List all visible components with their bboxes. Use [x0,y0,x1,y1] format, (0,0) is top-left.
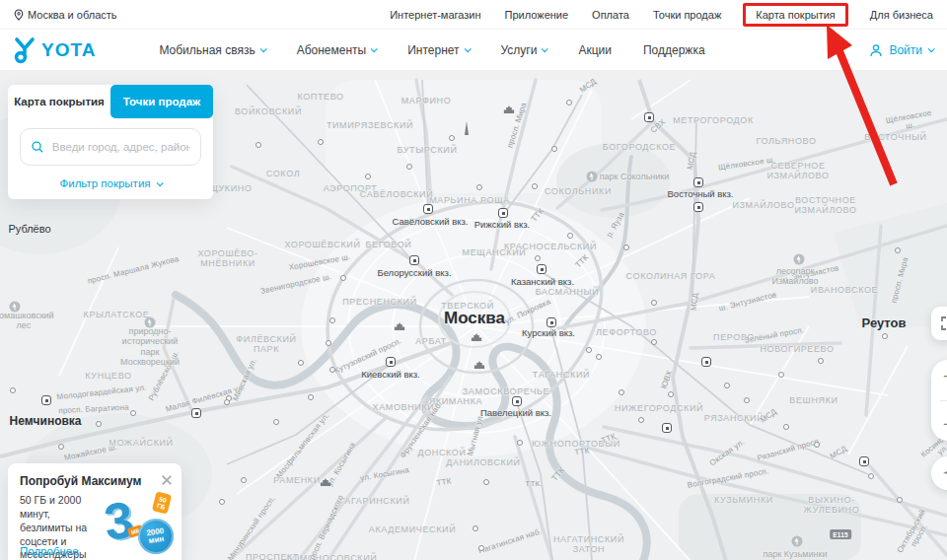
close-icon[interactable] [160,474,172,486]
region-label: Москва и область [28,9,117,21]
nav-item[interactable]: Услуги [501,43,547,57]
topbar-link[interactable]: Для бизнеса [870,9,933,21]
zoom-in-button[interactable]: + [943,368,947,385]
search-input[interactable] [52,141,190,153]
map-street-label: ТТК [436,476,452,487]
map-road-node [476,184,482,190]
park-icon [10,302,21,313]
map-district-label: ЗАМОСКВОРЕЧЬЕ [463,386,550,396]
map-street-label: ул. Косыгина [326,441,358,488]
map-district-label: СЕВЕРНОЕ ИЗМАЙЛОВО [766,161,829,181]
railway-station-icon [409,255,419,265]
map-district-label: СОКОЛ [266,169,300,178]
nav-item[interactable]: Мобильная связь [159,43,264,57]
map-street-label: Волгоградский просп. [687,466,769,490]
map-district-label: ПЕРОВО [713,332,755,342]
map-street-label: МСД [578,77,598,95]
map-road-node [744,397,750,403]
map-street-label: ТТК [600,432,617,446]
railway-station-icon [546,317,556,327]
map-district-label: ИЗМАЙЛОВО [732,200,794,210]
map-road-node [58,444,64,450]
tab-coverage-map[interactable]: Карта покрытия [8,85,110,118]
coverage-panel: Карта покрытия Точки продаж Фильтр покры… [8,85,213,199]
map-city-label: Реутов [862,316,907,331]
map-road-node [818,358,824,364]
map-district-label: НАГАТИНСКИЙ ЗАТОН [553,534,624,555]
search-box [20,128,201,166]
map-street-label: Мытная ул. [466,413,485,457]
map-district-label: СОКОЛИНАЯ ГОРА [626,271,716,281]
map-district-label: НОВОГИРЕЕВО [760,344,834,354]
login-button[interactable]: Войти [869,43,933,57]
map-district-label: АКАДЕМИЧЕСКИЙ [369,525,456,534]
map-street-label: Нагатинская наб. [477,526,543,555]
map-street-label: Минская ул. [231,357,258,402]
nav-item[interactable]: Абонементы [297,43,377,57]
map-district-label: ХОРОШЁВСКИЙ [284,240,360,249]
fullscreen-button[interactable] [931,307,947,340]
map-road-node [868,473,874,479]
map-road-node [273,419,279,425]
map-street-label: Щёлковское ш. [718,155,776,172]
nav-item[interactable]: Интернет [407,43,469,57]
map-road-node [778,372,784,378]
map-district-label: ВЕШНЯКИ [789,395,838,405]
promo-figure-three: 3 [101,489,136,551]
railway-station-icon [701,357,711,367]
map-road-node [10,387,16,393]
topbar-link[interactable]: Интернет-магазин [390,9,480,21]
map-district-label: БОГОРОДСКОЕ [603,142,676,152]
map-park-label: лесопарк Измайлово [772,266,819,287]
map-district-label: ЛЕФОРТОВО [596,327,657,337]
railway-station-icon [41,395,51,405]
map-road-node [895,247,901,253]
topbar-link[interactable]: Карта покрытия [743,3,848,27]
yota-logo[interactable]: YOTA [14,36,96,64]
map-road-node [619,389,624,395]
promo-details-link[interactable]: Подробнее [20,545,79,557]
map-district-label: КРЫЛАТСКОЕ [84,310,150,319]
map-district-label: БАСМАННЫЙ [536,287,600,297]
map-district-label: ЮЖНОПОРТОВЫЙ [532,439,620,449]
nav-item[interactable]: Поддержка [643,43,705,57]
map-district-label: МАРФИНО [401,96,452,105]
map-park-label: Ромашковский лес [0,311,54,331]
map-district-label: МОЖАЙСКИЙ [109,438,173,448]
map-district-label: КУЗЬМИНКИ [714,495,773,505]
map-district-label: ЩУКИНО [209,183,252,193]
tab-sales-points[interactable]: Точки продаж [110,85,213,118]
map-street-label: просп. Вернадского [306,494,345,560]
map-district-label: ИВАНОВСКОЕ [811,285,878,295]
map-district-label: ЛОМОНОСОВСКИЙ [286,553,378,560]
map-road-node [596,354,602,360]
map-district-label: ХОРОШЁВО- МНЁВНИКИ [197,248,257,269]
railway-station-icon [191,408,201,418]
topbar-link[interactable]: Оплата [592,9,629,21]
map-district-label: РЯЗАНСКИЙ [704,413,765,423]
chevron-down-icon [156,179,163,186]
map-station-label: Восточный вкз. [668,189,734,200]
map-road-node [551,146,557,152]
map-street-label: Мичуринский просп. [226,494,277,560]
tower-landmark-icon [465,121,469,135]
park-icon [587,172,598,182]
map-street-label: просп. Маршала Жукова [87,254,181,286]
promo-card: Попробуй Максимум 50 ГБ и 2000 минут, бе… [8,463,182,560]
map-district-label: ТВЕРСКОЙ [441,301,494,311]
railway-station-icon [423,204,433,214]
map-street-label: ЮВХ [659,370,674,390]
coverage-filter-toggle[interactable]: Фильтр покрытия [8,177,213,189]
zoom-out-button[interactable]: − [943,416,947,433]
topbar-link[interactable]: Приложение [505,9,569,21]
region-selector[interactable]: Москва и область [14,9,117,21]
map-road-node [224,399,230,405]
topbar-link[interactable]: Точки продаж [653,9,721,21]
map-road-node [724,383,730,388]
map-city-label: Рублёво [8,223,50,236]
map-road-node [449,135,455,141]
map-road-node [651,300,657,306]
promo-badge-minutes-unit: мин [148,535,165,545]
map-district-label: ВЫХИНО- ЖУЛЕБИНО [804,495,860,516]
nav-item[interactable]: Акции [578,43,612,57]
